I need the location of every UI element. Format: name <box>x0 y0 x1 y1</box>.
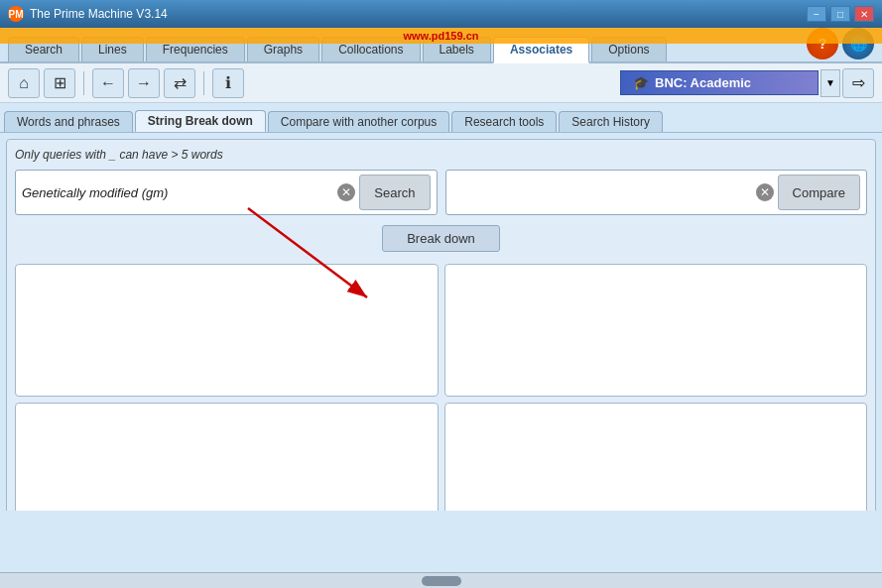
info-button[interactable]: ℹ <box>212 68 244 98</box>
tab-labels[interactable]: Labels <box>423 37 491 61</box>
search-clear-button[interactable]: ✕ <box>337 183 355 201</box>
window-title: The Prime Machine V3.14 <box>30 7 168 21</box>
compare-clear-button[interactable]: ✕ <box>756 183 774 201</box>
corpus-arrow-button[interactable]: ▼ <box>820 69 840 97</box>
close-button[interactable]: ✕ <box>854 6 874 22</box>
corpus-action-button[interactable]: ⇨ <box>842 68 874 98</box>
result-grid <box>15 264 867 511</box>
search-button[interactable]: Search <box>359 175 430 210</box>
globe-icon[interactable]: 🌐 <box>842 28 874 59</box>
left-search-box: Genetically modified (gm) ✕ Search <box>15 170 438 215</box>
compare-button[interactable]: Compare <box>778 175 860 210</box>
maximize-button[interactable]: □ <box>830 6 850 22</box>
right-search-box: ✕ Compare <box>445 170 868 215</box>
grid-button[interactable]: ⊞ <box>44 68 75 98</box>
corpus-dropdown[interactable]: 🎓 BNC: Academic <box>620 70 819 95</box>
sub-tabs: Words and phrases String Break down Comp… <box>0 103 882 133</box>
tab-options[interactable]: Options <box>591 37 666 61</box>
subtab-compare-corpus[interactable]: Compare with another corpus <box>268 111 449 132</box>
main-content: Words and phrases String Break down Comp… <box>0 103 882 511</box>
result-panel-top-left <box>15 264 439 397</box>
subtab-search-history[interactable]: Search History <box>559 111 663 132</box>
nav-icons: ? 🌐 <box>807 28 874 61</box>
home-button[interactable]: ⌂ <box>8 68 40 98</box>
tab-lines[interactable]: Lines <box>81 37 144 61</box>
subtab-string-breakdown[interactable]: String Break down <box>135 110 266 132</box>
tab-frequencies[interactable]: Frequencies <box>146 37 245 61</box>
nav-tabs: Search Lines Frequencies Graphs Collocat… <box>0 28 882 63</box>
back-button[interactable]: ← <box>92 68 124 98</box>
breakdown-button[interactable]: Break down <box>382 225 500 252</box>
corpus-name: BNC: Academic <box>655 75 751 90</box>
help-icon[interactable]: ? <box>807 28 838 59</box>
breakdown-row: Break down <box>15 225 867 252</box>
tab-collocations[interactable]: Collocations <box>321 37 420 61</box>
toolbar: ⌂ ⊞ ← → ⇄ ℹ 🎓 BNC: Academic ▼ ⇨ <box>0 63 882 103</box>
app-icon: PM <box>8 6 24 22</box>
toolbar-separator <box>83 71 84 95</box>
title-bar-left: PM The Prime Machine V3.14 <box>8 6 168 22</box>
search-input[interactable]: Genetically modified (gm) <box>22 185 333 200</box>
tab-graphs[interactable]: Graphs <box>247 37 319 61</box>
corpus-hat-icon: 🎓 <box>633 75 649 90</box>
title-controls[interactable]: − □ ✕ <box>807 6 874 22</box>
tab-search[interactable]: Search <box>8 37 79 61</box>
forward-button[interactable]: → <box>128 68 160 98</box>
corpus-selector[interactable]: 🎓 BNC: Academic ▼ ⇨ <box>620 68 874 98</box>
result-panel-top-right <box>444 264 868 397</box>
subtab-research-tools[interactable]: Research tools <box>451 111 557 132</box>
swap-button[interactable]: ⇄ <box>164 68 195 98</box>
result-panel-bottom-right <box>444 403 868 512</box>
minimize-button[interactable]: − <box>807 6 826 22</box>
hint-text: Only queries with _ can have > 5 words <box>15 148 867 162</box>
tab-associates[interactable]: Associates <box>493 37 589 63</box>
title-bar: PM The Prime Machine V3.14 − □ ✕ <box>0 0 882 28</box>
toolbar-separator-2 <box>203 71 204 95</box>
main-panel: Only queries with _ can have > 5 words G… <box>6 139 876 511</box>
result-panel-bottom-left <box>15 403 439 512</box>
search-row: Genetically modified (gm) ✕ Search ✕ Com… <box>15 170 867 215</box>
scroll-thumb[interactable] <box>422 576 461 586</box>
subtab-words-phrases[interactable]: Words and phrases <box>4 111 133 132</box>
bottom-bar <box>0 572 882 588</box>
